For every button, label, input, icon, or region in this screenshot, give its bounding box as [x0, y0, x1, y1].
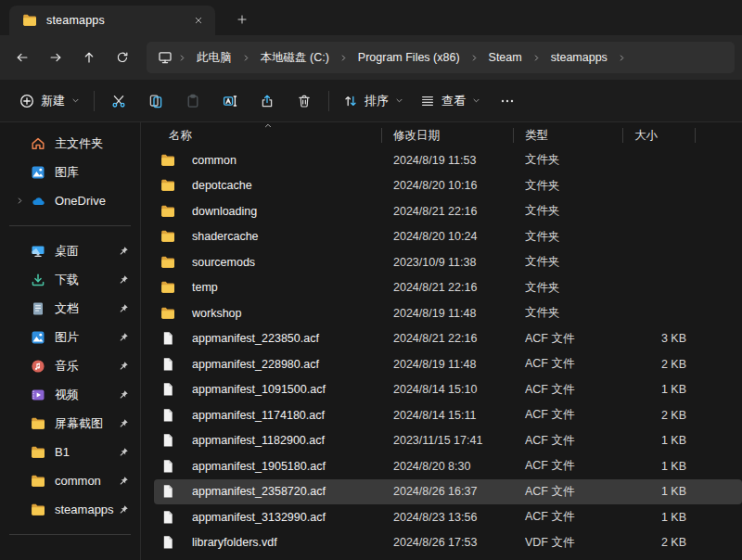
file-type: ACF 文件 — [514, 484, 623, 500]
sidebar-item-music[interactable]: 音乐 — [2, 351, 138, 380]
clipboard-icon — [186, 94, 200, 108]
more-options-button[interactable] — [489, 85, 526, 117]
new-button[interactable]: 新建 — [11, 85, 88, 117]
file-name: appmanifest_2358720.acf — [154, 484, 382, 499]
file-row[interactable]: workshop 2024/8/19 11:48 文件夹 — [154, 300, 742, 326]
file-row[interactable]: appmanifest_223850.acf 2024/8/21 22:16 A… — [154, 326, 742, 352]
copy-button[interactable] — [137, 85, 174, 117]
titlebar: steamapps — [0, 0, 742, 35]
breadcrumb-item[interactable]: Program Files (x86) — [352, 47, 467, 68]
file-name: appmanifest_1091500.acf — [154, 382, 382, 397]
file-row[interactable]: sourcemods 2023/10/9 11:38 文件夹 — [154, 249, 742, 275]
breadcrumb-item[interactable]: steamapps — [544, 47, 614, 68]
share-button[interactable] — [249, 85, 286, 117]
file-row-selected[interactable]: appmanifest_2358720.acf 2024/8/26 16:37 … — [154, 479, 742, 505]
delete-button[interactable] — [286, 85, 323, 117]
view-button-label: 查看 — [441, 93, 466, 109]
file-row[interactable]: appmanifest_228980.acf 2024/8/19 11:48 A… — [154, 351, 742, 377]
file-row[interactable]: appmanifest_1091500.acf 2024/8/14 15:10 … — [154, 377, 742, 403]
file-row[interactable]: libraryfolders.vdf 2024/8/26 17:53 VDF 文… — [154, 530, 742, 556]
file-type: 文件夹 — [514, 152, 623, 168]
file-row[interactable]: temp 2024/8/21 22:16 文件夹 — [154, 275, 742, 301]
sidebar-item-common[interactable]: common — [2, 466, 138, 495]
breadcrumb[interactable]: 此电脑本地磁盘 (C:)Program Files (x86)Steamstea… — [147, 42, 735, 73]
file-date: 2024/8/19 11:48 — [382, 358, 514, 371]
file-date: 2024/8/20 10:16 — [382, 179, 514, 192]
scissors-icon — [111, 94, 126, 108]
sidebar-item-home[interactable]: 主文件夹 — [2, 129, 138, 158]
view-button[interactable]: 查看 — [412, 85, 489, 117]
tab-close-icon[interactable] — [187, 9, 210, 32]
sidebar-item-b1[interactable]: B1 — [2, 438, 138, 466]
sidebar-item-steamapps[interactable]: steamapps — [2, 495, 138, 524]
file-size: 2 KB — [623, 409, 696, 422]
sidebar-item-videos[interactable]: 视频 — [2, 380, 138, 409]
breadcrumb-item[interactable]: 此电脑 — [190, 46, 238, 70]
file-name: workshop — [154, 306, 382, 321]
column-header-date-modified[interactable]: 修改日期 — [382, 123, 514, 147]
folder-icon — [160, 178, 184, 193]
file-date: 2024/8/14 15:11 — [382, 409, 514, 422]
column-header-type[interactable]: 类型 — [514, 123, 623, 147]
file-row[interactable]: common 2024/8/19 11:53 文件夹 — [154, 147, 742, 173]
file-name: sourcemods — [154, 255, 382, 270]
file-row[interactable]: appmanifest_1182900.acf 2023/11/15 17:41… — [154, 428, 742, 454]
sidebar-item-desktop[interactable]: 桌面 — [2, 236, 138, 265]
folder-icon — [30, 474, 46, 489]
new-tab-button[interactable] — [228, 6, 256, 33]
sidebar-item-onedrive[interactable]: OneDrive — [2, 186, 138, 215]
sidebar-item-pictures[interactable]: 图片 — [2, 323, 138, 351]
sort-arrows-icon — [343, 94, 358, 108]
file-row[interactable]: shadercache 2024/8/20 10:24 文件夹 — [154, 224, 742, 250]
navigation-bar: 此电脑本地磁盘 (C:)Program Files (x86)Steamstea… — [0, 35, 742, 80]
cut-button[interactable] — [100, 85, 137, 117]
column-header-name[interactable]: 名称 — [154, 123, 382, 147]
file-name: temp — [154, 280, 382, 295]
folder-icon — [160, 306, 184, 321]
file-type: ACF 文件 — [514, 382, 623, 398]
file-date: 2024/8/21 22:16 — [382, 205, 514, 218]
trash-icon — [297, 94, 312, 108]
file-name: shadercache — [154, 229, 382, 244]
file-row[interactable]: appmanifest_1174180.acf 2024/8/14 15:11 … — [154, 402, 742, 428]
rename-button[interactable] — [211, 85, 249, 117]
folder-icon — [30, 416, 46, 431]
file-row[interactable]: depotcache 2024/8/20 10:16 文件夹 — [154, 173, 742, 199]
tab-steamapps[interactable]: steamapps — [9, 6, 215, 35]
sidebar-item-documents[interactable]: 文档 — [2, 294, 138, 323]
monitor-icon[interactable] — [158, 50, 173, 65]
breadcrumb-chevron-icon[interactable] — [614, 54, 630, 62]
refresh-button[interactable] — [106, 42, 139, 73]
file-row[interactable]: appmanifest_1905180.acf 2024/8/20 8:30 A… — [154, 453, 742, 479]
file-row[interactable]: downloading 2024/8/21 22:16 文件夹 — [154, 198, 742, 224]
sidebar-item-gallery[interactable]: 图库 — [2, 158, 138, 186]
file-type: ACF 文件 — [514, 509, 623, 525]
sort-ascending-icon — [264, 121, 273, 130]
breadcrumb-item[interactable]: 本地磁盘 (C:) — [254, 46, 336, 70]
file-date: 2023/11/15 17:41 — [382, 434, 514, 447]
pin-icon — [116, 389, 131, 401]
file-row[interactable]: appmanifest_3132990.acf 2024/8/23 13:56 … — [154, 504, 742, 530]
breadcrumb-chevron-icon — [336, 54, 352, 62]
folder-icon — [160, 153, 184, 168]
breadcrumb-item[interactable]: Steam — [482, 47, 529, 68]
expander-chevron-icon[interactable] — [9, 197, 30, 205]
sort-button[interactable]: 排序 — [335, 85, 412, 117]
back-button[interactable] — [6, 42, 39, 73]
paste-button[interactable] — [174, 85, 211, 117]
breadcrumb-chevron-icon — [238, 54, 254, 62]
file-type: 文件夹 — [514, 254, 623, 270]
up-button[interactable] — [72, 42, 106, 73]
document-icon — [30, 301, 46, 316]
breadcrumb-chevron-icon — [174, 54, 190, 62]
file-name: appmanifest_1174180.acf — [154, 408, 382, 423]
file-icon — [160, 382, 184, 397]
forward-button[interactable] — [39, 42, 72, 73]
file-icon — [160, 484, 184, 499]
column-header-size[interactable]: 大小 — [623, 123, 696, 147]
sidebar-item-downloads[interactable]: 下载 — [2, 265, 138, 294]
desktop-icon — [30, 244, 46, 259]
sidebar-item-screenshots[interactable]: 屏幕截图 — [2, 409, 138, 438]
file-name: libraryfolders.vdf — [154, 535, 382, 550]
folder-icon — [21, 13, 38, 28]
